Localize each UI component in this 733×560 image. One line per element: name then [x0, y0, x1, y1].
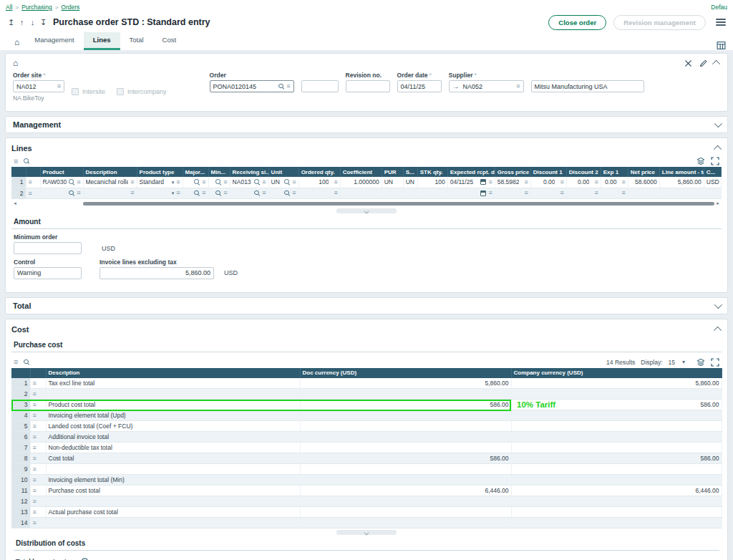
cell-exp1[interactable]	[601, 188, 628, 198]
drag-handle[interactable]	[30, 389, 46, 400]
cell-description[interactable]	[46, 496, 300, 507]
scroll-left-icon[interactable]: ◂	[11, 201, 19, 206]
cell-description[interactable]: Product cost total	[46, 400, 300, 410]
lookup-list-icon[interactable]	[594, 190, 598, 196]
drag-handle[interactable]	[30, 378, 46, 389]
table-row[interactable]: 1Tax excl line total5,860.005,860.00	[11, 378, 722, 389]
scroll-down-pill[interactable]	[336, 530, 397, 535]
col-line-amount[interactable]: Line amount - tax	[659, 167, 704, 177]
search-icon[interactable]	[215, 179, 221, 185]
previous-record-icon[interactable]: ↑	[16, 18, 27, 26]
chevron-up-icon[interactable]	[714, 145, 722, 153]
col-coefficient[interactable]: Coefficient	[340, 167, 382, 177]
lookup-list-icon[interactable]	[223, 179, 227, 185]
scroll-right-icon[interactable]: ▸	[714, 201, 722, 206]
close-order-button[interactable]: Close order	[548, 15, 606, 30]
drag-handle[interactable]	[30, 518, 46, 528]
row-number[interactable]: 1	[11, 177, 26, 188]
col-min[interactable]: Min...	[208, 167, 230, 177]
cell-description[interactable]	[83, 188, 137, 198]
search-icon[interactable]	[69, 190, 74, 196]
display-value[interactable]: 15	[669, 359, 675, 366]
cell-company-currency[interactable]: 5,860.00	[511, 378, 722, 389]
order-date-input[interactable]: 04/11/25	[397, 80, 442, 92]
cell-doc-currency[interactable]: 5,860.00	[300, 378, 511, 389]
cell-company-currency[interactable]	[511, 410, 722, 421]
cell-description[interactable]: Invoicing element total (Upd)	[46, 410, 300, 421]
cell-doc-currency[interactable]	[300, 507, 511, 518]
endpoint-link[interactable]: Defau	[711, 4, 727, 11]
table-row[interactable]: 5Landed cost total (Coef + FCU)	[11, 421, 722, 432]
col-product-type[interactable]: Product type	[137, 167, 183, 177]
chevron-down-icon[interactable]	[714, 120, 722, 127]
drag-handle[interactable]	[30, 475, 46, 486]
cell-ordered-qty[interactable]: 100	[298, 177, 340, 188]
lookup-list-icon[interactable]	[488, 179, 492, 185]
tools-icon[interactable]	[684, 59, 692, 67]
drag-handle[interactable]	[26, 177, 40, 188]
cell-doc-currency[interactable]: 586.00	[300, 400, 511, 410]
lines-row-1[interactable]: 1 RAW030 Mecanichal roller Standard NA01…	[11, 177, 722, 188]
cell-description[interactable]: Invoicing element total (Min)	[46, 475, 300, 486]
tab-management[interactable]: Management	[25, 32, 83, 50]
cell-expected-rcpt[interactable]: 04/11/25	[447, 177, 495, 188]
cell-description[interactable]: Landed cost total (Coef + FCU)	[46, 421, 300, 432]
revision-input[interactable]	[346, 80, 390, 92]
tab-lines[interactable]: Lines	[84, 32, 120, 50]
cell-description[interactable]	[46, 389, 300, 400]
search-icon[interactable]	[194, 179, 200, 185]
drag-handle[interactable]	[30, 464, 46, 475]
drag-handle[interactable]	[30, 496, 46, 507]
lookup-list-icon[interactable]	[516, 83, 520, 90]
cell-company-currency[interactable]	[511, 389, 722, 400]
lookup-list-icon[interactable]	[560, 179, 563, 185]
dropdown-caret-icon[interactable]	[172, 190, 175, 195]
cell-description[interactable]: Cost total	[46, 453, 300, 464]
last-record-icon[interactable]: ↧	[38, 18, 49, 27]
scrollbar-thumb[interactable]	[83, 202, 714, 206]
cell-company-currency[interactable]	[511, 464, 722, 475]
lookup-list-icon[interactable]	[77, 179, 80, 185]
lookup-list-icon[interactable]	[176, 190, 180, 196]
cell-stk-qty[interactable]: 100	[417, 177, 447, 188]
lookup-list-icon[interactable]	[292, 179, 296, 185]
cell-company-currency[interactable]: 586.00	[511, 453, 722, 464]
cell-doc-currency[interactable]	[300, 389, 511, 400]
cell-company-currency[interactable]	[511, 507, 722, 518]
cell-ordered-qty[interactable]	[298, 188, 340, 198]
col-s[interactable]: S...	[403, 167, 417, 177]
cell-doc-currency[interactable]: 586.00	[300, 453, 511, 464]
cell-exp1[interactable]: 0.00	[601, 177, 628, 188]
cell-company-currency[interactable]	[511, 432, 722, 443]
col-receiving-site[interactable]: Receiving si...	[230, 167, 268, 177]
control-input[interactable]: Warning	[14, 267, 82, 279]
drag-handle[interactable]	[30, 443, 46, 453]
lookup-list-icon[interactable]	[334, 179, 337, 185]
calendar-icon[interactable]	[480, 190, 486, 196]
lookup-list-icon[interactable]	[524, 190, 528, 196]
grid-menu-icon[interactable]	[14, 359, 18, 365]
table-row[interactable]: 9	[11, 464, 722, 475]
supplier-name-input[interactable]: Mitsu Manufacturing USA	[531, 80, 644, 92]
drag-handle[interactable]	[30, 486, 46, 496]
section-total[interactable]: Total	[5, 297, 728, 314]
lookup-list-icon[interactable]	[524, 179, 528, 185]
drag-handle[interactable]	[30, 410, 46, 421]
col-discount2[interactable]: Discount 2	[566, 167, 601, 177]
cell-company-currency[interactable]	[511, 475, 722, 486]
cell-product-type[interactable]	[137, 188, 183, 198]
col-major[interactable]: Major...	[183, 167, 208, 177]
cell-gross-price[interactable]: 58.5982	[495, 177, 530, 188]
cell-min[interactable]	[208, 188, 230, 198]
col-stk-qty[interactable]: STK qty.	[417, 167, 447, 177]
col-exp1[interactable]: Exp 1	[601, 167, 628, 177]
dropdown-caret-icon[interactable]	[172, 180, 175, 185]
tab-cost[interactable]: Cost	[153, 32, 186, 50]
row-number[interactable]: 2	[11, 188, 26, 198]
col-ordered-qty[interactable]: Ordered qty.	[298, 167, 340, 177]
first-record-icon[interactable]: ↥	[6, 18, 16, 27]
cell-discount2[interactable]	[566, 188, 601, 198]
drag-handle[interactable]	[30, 507, 46, 518]
cell-product-type[interactable]: Standard	[137, 177, 183, 188]
col-product[interactable]: Product	[40, 167, 83, 177]
